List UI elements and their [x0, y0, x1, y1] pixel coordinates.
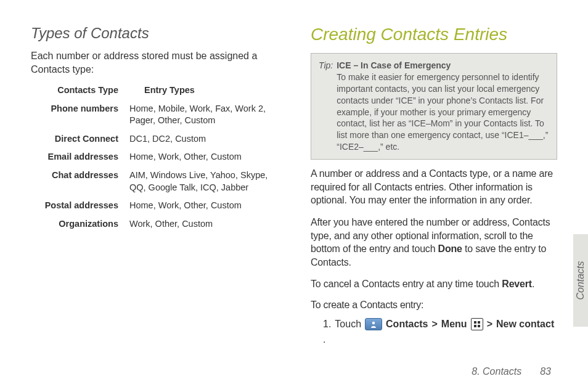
step-1: 1. Touch Contacts > Menu	[323, 318, 557, 345]
contacts-app-icon	[365, 318, 382, 330]
paragraph-revert: To cancel a Contacts entry at any time t…	[311, 277, 557, 291]
p3-a: To cancel a Contacts entry at any time t…	[311, 279, 502, 289]
tip-body: ICE – In Case of Emergency To make it ea…	[337, 60, 549, 153]
done-label: Done	[438, 243, 462, 254]
table-val: DC1, DC2, Custom	[129, 133, 290, 145]
tip-text: To make it easier for emergency personne…	[337, 72, 548, 152]
table-head-key: Contacts Type	[31, 84, 129, 97]
table-val: AIM, Windows Live, Yahoo, Skype, QQ, Goo…	[129, 169, 290, 194]
svg-rect-2	[478, 321, 480, 324]
footer-page-number: 83	[540, 366, 551, 377]
table-key: Postal addresses	[31, 200, 129, 212]
types-intro: Each number or address stored must be as…	[31, 49, 290, 76]
step-menu: Menu	[441, 319, 467, 330]
svg-rect-1	[474, 321, 476, 324]
right-column: Creating Contacts Entries Tip: ICE – In …	[311, 25, 557, 345]
svg-point-0	[372, 322, 375, 324]
table-row: Email addresses Home, Work, Other, Custo…	[31, 151, 290, 163]
table-row: Postal addresses Home, Work, Other, Cust…	[31, 200, 290, 212]
page-footer: 8. Contacts 83	[472, 366, 551, 377]
revert-label: Revert	[502, 279, 532, 289]
left-column: Types of Contacts Each number or address…	[31, 25, 290, 345]
table-head-val: Entry Types	[129, 84, 290, 97]
chevron-icon: >	[432, 319, 438, 330]
table-row: Direct Connect DC1, DC2, Custom	[31, 133, 290, 145]
table-row: Chat addresses AIM, Windows Live, Yahoo,…	[31, 169, 290, 194]
step-new-contact: New contact	[496, 319, 554, 330]
creating-heading: Creating Contacts Entries	[311, 25, 557, 44]
footer-section: 8. Contacts	[472, 366, 521, 377]
table-val: Home, Mobile, Work, Fax, Work 2, Pager, …	[129, 103, 290, 127]
table-val: Work, Other, Custom	[129, 218, 290, 231]
table-key: Chat addresses	[31, 169, 129, 194]
p3-b: .	[532, 279, 534, 289]
tip-title: ICE – In Case of Emergency	[337, 60, 451, 70]
menu-grid-icon	[471, 318, 483, 330]
contacts-type-table: Contacts Type Entry Types Phone numbers …	[31, 84, 290, 230]
step-contacts: Contacts	[386, 319, 428, 330]
step-period: .	[323, 334, 325, 345]
table-key: Direct Connect	[31, 133, 129, 145]
types-heading: Types of Contacts	[31, 25, 290, 42]
table-val: Home, Work, Other, Custom	[129, 151, 290, 163]
svg-rect-3	[474, 325, 476, 327]
create-intro: To create a Contacts entry:	[311, 300, 557, 311]
side-tab-label: Contacts	[575, 261, 586, 300]
table-key: Organizations	[31, 218, 129, 231]
tip-box: Tip: ICE – In Case of Emergency To make …	[311, 53, 557, 160]
side-tab-contacts: Contacts	[573, 234, 588, 327]
table-key: Phone numbers	[31, 103, 129, 127]
chevron-icon: >	[487, 319, 492, 330]
table-key: Email addresses	[31, 151, 129, 163]
step-list: 1. Touch Contacts > Menu	[323, 318, 557, 345]
step-touch: Touch	[335, 319, 361, 330]
paragraph-done: After you have entered the number or add…	[311, 216, 557, 269]
step-number: 1.	[323, 319, 331, 330]
table-row: Phone numbers Home, Mobile, Work, Fax, W…	[31, 103, 290, 127]
table-val: Home, Work, Other, Custom	[129, 200, 290, 212]
tip-label: Tip:	[319, 60, 333, 153]
table-header: Contacts Type Entry Types	[31, 84, 290, 97]
paragraph-required: A number or address and a Contacts type,…	[311, 167, 557, 207]
table-row: Organizations Work, Other, Custom	[31, 218, 290, 231]
svg-rect-4	[478, 325, 480, 327]
